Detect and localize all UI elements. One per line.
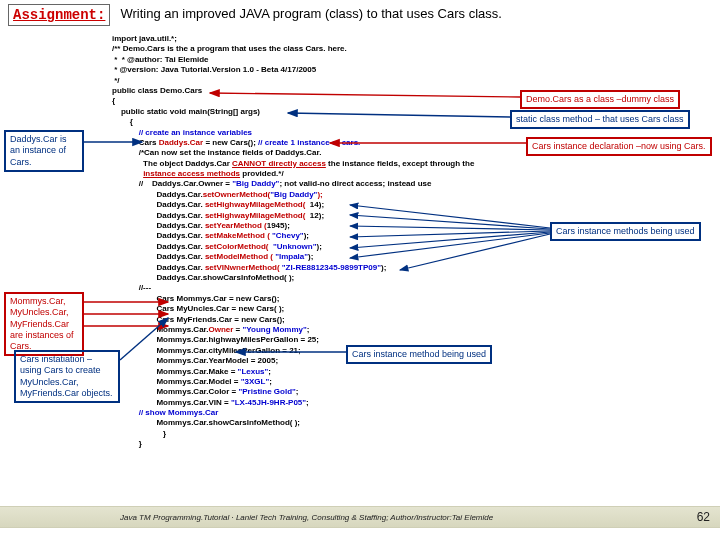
- footer: Java TM Programming.Tutorial · Laniel Te…: [0, 506, 720, 528]
- code-line: Daddys.Car.setOwnerMethod("Big Daddy");: [112, 190, 690, 200]
- callout-static-method: static class method – that uses Cars cla…: [510, 110, 690, 129]
- page-number: 62: [697, 510, 710, 524]
- code-line: Daddys.Car. setModelMethod ( "Impala");: [112, 252, 690, 262]
- code-line: Daddys.Car.showCarsInfoMethod( );: [112, 273, 690, 283]
- code-line: * * @author: Tai Elemide: [112, 55, 690, 65]
- callout-daddys-instance: Daddys.Car is an instance of Cars.: [4, 130, 84, 172]
- slide-header: Assignment: Writing an improved JAVA pro…: [0, 0, 720, 28]
- code-line: Mommys.Car.showCarsInfoMethod( );: [112, 418, 690, 428]
- code-line: Mommys.Car.VIN = "LX-45JH-9HR-P05";: [112, 398, 690, 408]
- callout-instance-declaration: Cars instance declaration –now using Car…: [526, 137, 712, 156]
- code-line: Daddys.Car. setColorMethod( "Unknown");: [112, 242, 690, 252]
- callout-instatiation: Cars instatiation – using Cars to create…: [14, 350, 120, 403]
- callout-dummy-class: Demo.Cars as a class –dummy class: [520, 90, 680, 109]
- code-line: Mommys.Car.Owner = "Young Mommy";: [112, 325, 690, 335]
- code-line: Daddys.Car. setHighwayMilageMethod( 12);: [112, 211, 690, 221]
- code-line: Daddys.Car. setVINwnerMethod( "ZI-RE8812…: [112, 263, 690, 273]
- code-line: * @version: Java Tutorial.Version 1.0 - …: [112, 65, 690, 75]
- code-line: Mommys.Car.Color = "Pristine Gold";: [112, 387, 690, 397]
- code-line: /** Demo.Cars is the a program that uses…: [112, 44, 690, 54]
- assignment-text: Writing an improved JAVA program (class)…: [120, 4, 501, 21]
- code-line: */: [112, 76, 690, 86]
- code-line: }: [112, 439, 690, 449]
- code-line: The object Daddys.Car CANNOT directly ac…: [112, 159, 690, 169]
- code-line: Cars MyFriends.Car = new Cars();: [112, 315, 690, 325]
- code-line: // show Mommys.Car: [112, 408, 690, 418]
- code-line: //---: [112, 283, 690, 293]
- assignment-label: Assignment:: [8, 4, 110, 26]
- code-line: instance access methods provided.*/: [112, 169, 690, 179]
- callout-instances-list: Mommys.Car, MyUncles.Car, MyFriends.Car …: [4, 292, 84, 356]
- code-line: Mommys.Car.Make = "Lexus";: [112, 367, 690, 377]
- code-line: }: [112, 429, 690, 439]
- code-line: // Daddys.Car.Owner = "Big Daddy"; not v…: [112, 179, 690, 189]
- code-line: Mommys.Car.Model = "3XGL";: [112, 377, 690, 387]
- code-line: Cars MyUncles.Car = new Cars( );: [112, 304, 690, 314]
- code-line: Daddys.Car. setHighwayMilageMethod( 14);: [112, 200, 690, 210]
- callout-instance-method-single: Cars instance method being used: [346, 345, 492, 364]
- footer-text: Java TM Programming.Tutorial · Laniel Te…: [120, 513, 493, 522]
- code-line: Cars Mommys.Car = new Cars();: [112, 294, 690, 304]
- callout-instance-methods: Cars instance methods being used: [550, 222, 701, 241]
- code-line: import java.util.*;: [112, 34, 690, 44]
